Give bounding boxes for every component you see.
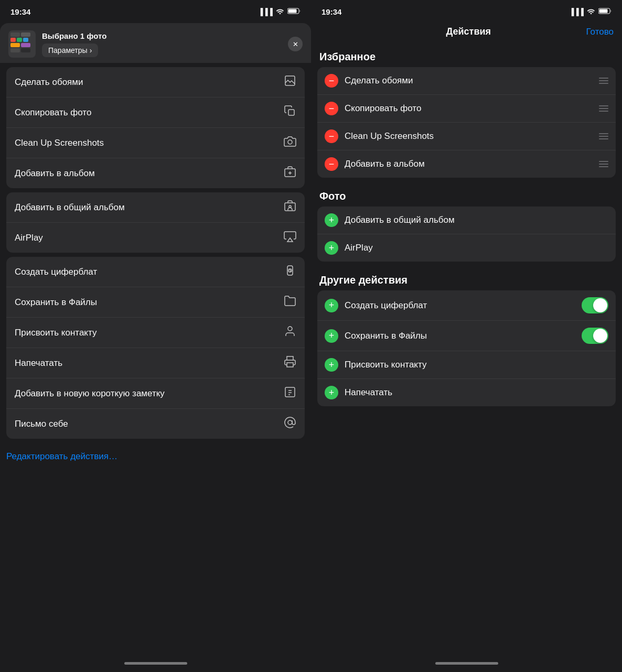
right-panel: 19:34 ▐▐▐ Действия Готово Избранн <box>311 0 622 672</box>
list-item[interactable]: − Добавить в альбом <box>317 150 616 178</box>
svg-rect-8 <box>285 203 295 211</box>
edit-actions-link[interactable]: Редактировать действия… <box>0 443 311 470</box>
action-label: Создать циферблат <box>345 300 575 311</box>
left-status-bar: 19:34 ▐▐▐ <box>0 0 311 23</box>
svg-rect-1 <box>288 9 297 13</box>
action-label: Письмо себе <box>15 419 68 429</box>
list-item[interactable]: Добавить в альбом <box>6 158 305 188</box>
remove-button[interactable]: − <box>325 102 338 115</box>
drag-handle[interactable] <box>599 105 608 112</box>
list-item[interactable]: − Clean Up Screenshots <box>317 123 616 150</box>
svg-point-15 <box>288 327 292 331</box>
list-item[interactable]: Сделать обоями <box>6 67 305 97</box>
right-nav-title: Действия <box>446 26 491 37</box>
right-wifi-icon <box>587 8 595 16</box>
list-item[interactable]: Добавить в новую короткую заметку <box>6 378 305 409</box>
list-item[interactable]: + Добавить в общий альбом <box>317 207 616 234</box>
list-item[interactable]: Сохранить в Файлы <box>6 287 305 318</box>
add-button[interactable]: + <box>325 386 338 399</box>
action-label: Сохранить в Файлы <box>15 297 97 308</box>
right-status-bar: 19:34 ▐▐▐ <box>311 0 622 23</box>
camera-icon <box>284 135 296 150</box>
signal-icon: ▐▐▐ <box>258 8 273 16</box>
list-item[interactable]: AirPlay <box>6 223 305 253</box>
action-label: Добавить в альбом <box>15 168 95 179</box>
share-thumbnail <box>8 30 36 58</box>
files-icon <box>284 295 296 310</box>
add-button[interactable]: + <box>325 358 338 372</box>
svg-marker-10 <box>287 238 293 242</box>
add-button[interactable]: + <box>325 213 338 227</box>
list-item[interactable]: + Присвоить контакту <box>317 351 616 379</box>
share-header-title: Выбрано 1 фото <box>42 31 282 40</box>
action-label: Сделать обоями <box>15 77 83 88</box>
share-header: Выбрано 1 фото Параметры › ✕ <box>0 23 311 63</box>
svg-rect-3 <box>288 110 294 115</box>
add-button[interactable]: + <box>325 241 338 255</box>
list-item[interactable]: Скопировать фото <box>6 97 305 128</box>
list-item[interactable]: Присвоить контакту <box>6 318 305 348</box>
remove-button[interactable]: − <box>325 74 338 88</box>
svg-line-14 <box>290 270 291 272</box>
right-content: Избранное − Сделать обоями − Скопировать… <box>311 42 622 654</box>
home-bar-right <box>435 662 498 665</box>
done-button[interactable]: Готово <box>586 27 614 37</box>
right-signal-icon: ▐▐▐ <box>569 8 584 16</box>
section-header-photos: Фото <box>311 182 622 207</box>
remove-button[interactable]: − <box>325 157 338 171</box>
params-button[interactable]: Параметры › <box>42 44 98 57</box>
action-label: Создать циферблат <box>15 267 97 277</box>
params-label: Параметры <box>48 46 88 55</box>
action-group-2: Добавить в общий альбом AirPlay <box>6 192 305 253</box>
list-item[interactable]: − Сделать обоями <box>317 67 616 95</box>
list-item[interactable]: + Создать циферблат <box>317 290 616 321</box>
right-battery-icon <box>598 8 612 16</box>
toggle-knob <box>593 298 607 312</box>
mail-icon <box>284 416 296 431</box>
action-label: Напечатать <box>15 358 62 368</box>
section-header-favorites: Избранное <box>311 42 622 67</box>
list-item[interactable]: + AirPlay <box>317 234 616 262</box>
drag-handle[interactable] <box>599 161 608 167</box>
action-label: AirPlay <box>345 243 608 253</box>
right-status-icons: ▐▐▐ <box>569 8 612 16</box>
action-label: Скопировать фото <box>15 107 91 118</box>
action-label: Сохранить в Файлы <box>345 331 575 341</box>
print-icon <box>284 355 296 371</box>
left-status-icons: ▐▐▐ <box>258 8 301 16</box>
action-label: Добавить в общий альбом <box>15 202 125 213</box>
list-item[interactable]: Создать циферблат <box>6 257 305 287</box>
action-label: Добавить в общий альбом <box>345 215 608 225</box>
add-button[interactable]: + <box>325 329 338 343</box>
home-indicator-left <box>0 654 311 672</box>
svg-rect-2 <box>285 76 295 85</box>
list-item[interactable]: Clean Up Screenshots <box>6 128 305 158</box>
action-label: Скопировать фото <box>345 103 593 114</box>
action-group-1: Сделать обоями Скопировать фото <box>6 67 305 188</box>
drag-handle[interactable] <box>599 133 608 139</box>
add-button[interactable]: + <box>325 299 338 312</box>
toggle-knob <box>593 329 607 343</box>
shared-album-icon <box>284 200 296 215</box>
list-item[interactable]: Письмо себе <box>6 409 305 439</box>
close-button[interactable]: ✕ <box>288 37 303 51</box>
action-label: Clean Up Screenshots <box>15 138 104 148</box>
list-item[interactable]: − Скопировать фото <box>317 95 616 123</box>
action-label: Напечатать <box>345 387 608 398</box>
home-indicator-right <box>311 654 622 672</box>
contact-icon <box>284 325 296 340</box>
remove-button[interactable]: − <box>325 129 338 143</box>
action-label: Присвоить контакту <box>345 360 608 370</box>
list-item[interactable]: + Напечатать <box>317 379 616 406</box>
toggle-save-files[interactable] <box>582 328 608 344</box>
left-status-time: 19:34 <box>10 7 30 16</box>
wifi-icon <box>276 8 284 16</box>
photos-group: + Добавить в общий альбом + AirPlay <box>317 207 616 262</box>
drag-handle[interactable] <box>599 78 608 84</box>
list-item[interactable]: Напечатать <box>6 348 305 378</box>
list-item[interactable]: + Сохранить в Файлы <box>317 321 616 351</box>
toggle-create-watchface[interactable] <box>582 297 608 313</box>
svg-rect-23 <box>599 9 608 13</box>
list-item[interactable]: Добавить в общий альбом <box>6 192 305 223</box>
right-nav: Действия Готово <box>311 23 622 42</box>
